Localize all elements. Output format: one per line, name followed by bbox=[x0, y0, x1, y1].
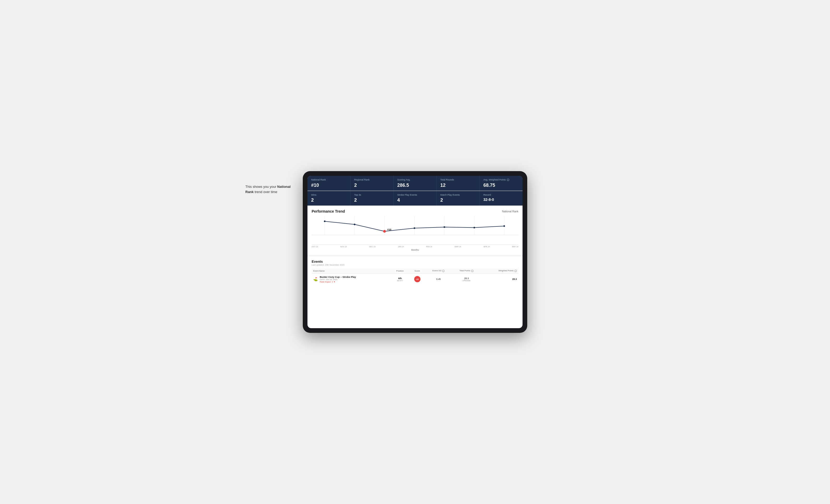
svg-point-11 bbox=[354, 224, 355, 225]
x-label-apr24: APR 24 bbox=[483, 246, 490, 247]
event-date: Oct 9 - Oct 10, 2023 bbox=[320, 278, 356, 281]
rank-impact-arrow: ▼ bbox=[333, 281, 336, 283]
events-title: Events bbox=[312, 260, 518, 264]
stat-match-play-value: 2 bbox=[440, 198, 476, 203]
performance-trend-header: Performance Trend National Rank bbox=[312, 209, 518, 213]
stat-regional-rank: Regional Rank 2 bbox=[351, 176, 393, 191]
stat-wins: Wins 2 bbox=[308, 191, 350, 206]
event-position-cell: 6th out of 7 bbox=[391, 273, 409, 285]
stat-scoring-avg-label: Scoring Avg. bbox=[397, 178, 433, 181]
stat-avg-weighted-points: Avg. Weighted Points i 68.75 bbox=[480, 176, 522, 191]
golf-icon: ⛳ bbox=[313, 277, 318, 281]
stat-match-play-label: Match Play Events bbox=[440, 194, 476, 197]
svg-point-13 bbox=[443, 227, 445, 228]
stat-national-rank: National Rank #10 bbox=[308, 176, 350, 191]
col-score: Score bbox=[409, 268, 425, 273]
stat-wins-value: 2 bbox=[311, 198, 347, 203]
weighted-points-info-icon: i bbox=[514, 270, 517, 272]
total-points-cell: 28.3 3 Rounds bbox=[452, 273, 481, 285]
x-label-jan24: JAN 24 bbox=[398, 246, 404, 247]
stat-total-rounds-label: Total Rounds bbox=[440, 178, 476, 181]
svg-point-12 bbox=[414, 228, 415, 229]
x-label-may24: MAY 24 bbox=[512, 246, 518, 247]
chart-svg: #10 bbox=[312, 216, 518, 240]
stat-regional-rank-label: Regional Rank bbox=[354, 178, 390, 181]
total-points-value: 28.3 bbox=[453, 277, 480, 280]
stat-top3s: Top 3s 2 bbox=[351, 191, 393, 206]
col-event-sg: Event SG i bbox=[425, 268, 452, 273]
event-score-cell: -22 bbox=[409, 273, 425, 285]
stat-scoring-avg: Scoring Avg. 286.5 bbox=[393, 176, 437, 191]
x-label-oct23: OCT 23 bbox=[312, 246, 318, 247]
stat-regional-rank-value: 2 bbox=[354, 182, 390, 188]
svg-text:#10: #10 bbox=[387, 228, 391, 231]
events-table-header-row: Event Name Position Score Event SG i Tot… bbox=[312, 268, 518, 273]
stat-top3s-label: Top 3s bbox=[354, 194, 390, 197]
svg-point-14 bbox=[474, 227, 475, 229]
stat-scoring-avg-value: 286.5 bbox=[397, 182, 433, 188]
total-points-rounds: 3 Rounds bbox=[453, 280, 480, 281]
score-badge: -22 bbox=[414, 276, 420, 282]
annotation: This shows you your National Rank trend … bbox=[245, 184, 297, 194]
stat-national-rank-label: National Rank bbox=[311, 178, 347, 181]
event-cell: ⛳ Buster Cozy Cup – Stroke Play Oct 9 - … bbox=[312, 273, 391, 285]
event-position: 6th bbox=[392, 277, 408, 280]
event-sg-value: 0.45 bbox=[436, 278, 441, 280]
tablet-screen: National Rank #10 Regional Rank 2 Scorin… bbox=[308, 176, 522, 328]
event-position-sub: out of 7 bbox=[392, 280, 408, 281]
events-section: Events Last updated: 24th November 2023 … bbox=[308, 255, 522, 286]
svg-point-15 bbox=[504, 225, 505, 227]
chart-axis-title: Months bbox=[312, 248, 518, 251]
stat-total-rounds: Total Rounds 12 bbox=[437, 176, 479, 191]
chart-x-axis: OCT 23 NOV 23 DEC 23 JAN 24 FEB 24 MAR 2… bbox=[312, 245, 518, 248]
stats-row-2: Wins 2 Top 3s 2 Stroke Play Events 4 Mat… bbox=[308, 191, 522, 206]
x-label-nov23: NOV 23 bbox=[340, 246, 347, 247]
svg-point-10 bbox=[324, 221, 325, 222]
stat-match-play-events: Match Play Events 2 bbox=[437, 191, 479, 206]
events-last-updated: Last updated: 24th November 2023 bbox=[312, 264, 518, 266]
avg-weighted-points-info-icon: i bbox=[507, 179, 509, 181]
stat-national-rank-value: #10 bbox=[311, 182, 347, 188]
content-area[interactable]: National Rank #10 Regional Rank 2 Scorin… bbox=[308, 176, 522, 328]
weighted-points-value: 28.3 bbox=[512, 278, 517, 280]
x-label-dec23: DEC 23 bbox=[369, 246, 376, 247]
rank-impact: Rank Impact: 3 ▼ bbox=[320, 281, 356, 283]
weighted-points-cell: 28.3 bbox=[481, 273, 518, 285]
col-weighted-points: Weighted Points i bbox=[481, 268, 518, 273]
event-name: Buster Cozy Cup – Stroke Play bbox=[320, 275, 356, 278]
x-label-mar24: MAR 24 bbox=[454, 246, 461, 247]
stats-row-1: National Rank #10 Regional Rank 2 Scorin… bbox=[308, 176, 522, 191]
tablet-frame: National Rank #10 Regional Rank 2 Scorin… bbox=[303, 171, 527, 333]
stat-total-rounds-value: 12 bbox=[440, 182, 476, 188]
col-position: Position bbox=[391, 268, 409, 273]
performance-chart: #10 bbox=[312, 216, 518, 245]
annotation-text: This shows you your National Rank trend … bbox=[245, 185, 290, 194]
events-table: Event Name Position Score Event SG i Tot… bbox=[312, 268, 518, 284]
performance-trend-label: National Rank bbox=[502, 210, 518, 213]
stat-top3s-value: 2 bbox=[354, 198, 390, 203]
stat-avg-weighted-points-value: 68.75 bbox=[483, 182, 519, 188]
col-event-name: Event Name bbox=[312, 268, 391, 273]
stat-avg-weighted-points-label: Avg. Weighted Points i bbox=[483, 178, 519, 181]
event-sg-cell: 0.45 bbox=[425, 273, 452, 285]
total-points-info-icon: i bbox=[471, 270, 474, 272]
table-row: ⛳ Buster Cozy Cup – Stroke Play Oct 9 - … bbox=[312, 273, 518, 285]
stat-stroke-play-events: Stroke Play Events 4 bbox=[393, 191, 437, 206]
stat-record-label: Record bbox=[483, 194, 519, 197]
stat-stroke-play-value: 4 bbox=[397, 198, 433, 203]
stat-wins-label: Wins bbox=[311, 194, 347, 197]
x-label-feb24: FEB 24 bbox=[426, 246, 432, 247]
performance-trend-section: Performance Trend National Rank bbox=[308, 206, 522, 255]
stat-stroke-play-label: Stroke Play Events bbox=[397, 194, 433, 197]
chart-data-point bbox=[383, 230, 386, 233]
col-total-points: Total Points i bbox=[452, 268, 481, 273]
performance-trend-title: Performance Trend bbox=[312, 209, 345, 213]
event-sg-info-icon: i bbox=[442, 270, 445, 272]
stat-record: Record 32-8-0 bbox=[480, 191, 522, 206]
stat-record-value: 32-8-0 bbox=[483, 198, 519, 202]
